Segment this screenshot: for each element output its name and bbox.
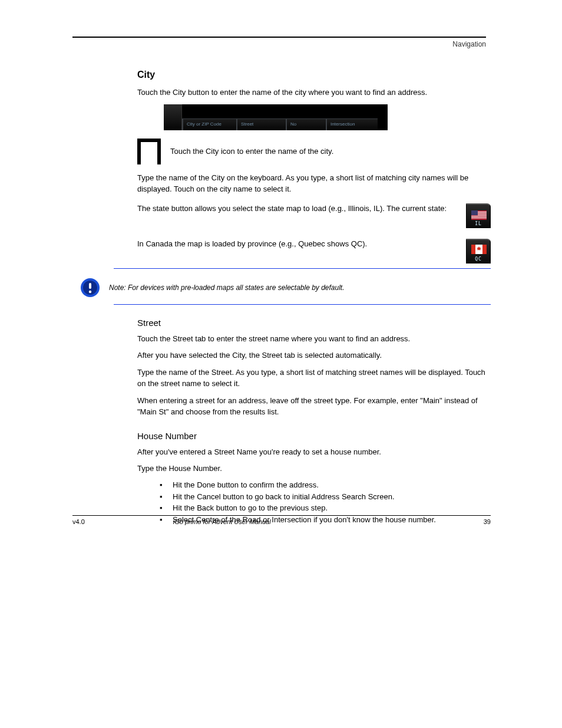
house-p1: After you've entered a Street Name you'r… xyxy=(137,447,491,458)
tab-street: Street xyxy=(236,118,286,130)
svg-rect-8 xyxy=(471,245,475,254)
street-p3: Type the name of the Street. As you type… xyxy=(137,367,491,390)
svg-point-13 xyxy=(89,290,91,292)
us-flag-tile: IL xyxy=(466,203,491,228)
step-3: ▪ Hit the Back button to go to the previ… xyxy=(173,502,491,514)
city-icon xyxy=(137,139,161,164)
street-p4: When entering a street for an address, l… xyxy=(137,396,491,418)
tab-no: No xyxy=(286,118,326,130)
note-rule-bottom xyxy=(114,304,491,305)
footer-rule xyxy=(72,515,491,516)
footer-page: 39 xyxy=(484,518,491,525)
footer-version: v4.0 xyxy=(72,518,85,525)
city-intro: Touch the City button to enter the name … xyxy=(137,87,491,98)
us-flag-label: IL xyxy=(467,221,490,226)
street-p2: After you have selected the City, the St… xyxy=(137,350,491,361)
street-p1: Touch the Street tab to enter the street… xyxy=(137,334,491,345)
ca-flag-tile: QC xyxy=(466,239,491,263)
footer: v4.0 iGo primo for Advent User Manual 39 xyxy=(72,515,491,525)
tab-intersection: Intersection xyxy=(326,118,378,130)
svg-rect-12 xyxy=(89,283,91,289)
tab-city: City or ZIP Code xyxy=(182,118,236,130)
ca-flag-icon xyxy=(471,245,487,254)
svg-rect-9 xyxy=(482,245,487,254)
us-state-text: The state button allows you select the s… xyxy=(137,203,460,215)
svg-rect-5 xyxy=(471,218,487,218)
heading-street: Street xyxy=(137,318,491,328)
city-icon-caption: Touch the City icon to enter the name of… xyxy=(170,147,333,156)
svg-rect-4 xyxy=(471,216,487,216)
note-icon xyxy=(80,277,101,298)
house-p2: Type the House Number. xyxy=(137,463,491,475)
type-city-para: Type the name of the City on the keyboar… xyxy=(137,173,491,195)
page: Navigation City Touch the City button to… xyxy=(0,0,562,561)
state-flag-tab xyxy=(164,104,182,130)
svg-rect-6 xyxy=(471,210,478,215)
header-rule xyxy=(72,37,486,38)
step-2-text: Hit the Cancel button to go back to init… xyxy=(173,492,395,501)
heading-city: City xyxy=(137,70,491,80)
tabs-bar-screenshot: City or ZIP Code Street No Intersection xyxy=(164,104,388,130)
note-rule-top xyxy=(114,268,491,269)
step-1-text: Hit the Done button to confirm the addre… xyxy=(173,480,319,489)
ca-flag-label: QC xyxy=(467,256,490,262)
step-3-text: Hit the Back button to go to the previou… xyxy=(173,503,328,512)
note-text: Note: For devices with pre-loaded maps a… xyxy=(109,284,345,292)
running-header: Navigation xyxy=(72,40,486,48)
us-flag-icon xyxy=(471,210,487,220)
ca-province-text: In Canada the map is loaded by province … xyxy=(137,239,460,250)
heading-house: House Number xyxy=(137,431,491,441)
step-1: ▪ Hit the Done button to confirm the add… xyxy=(173,479,491,491)
step-2: ▪ Hit the Cancel button to go back to in… xyxy=(173,491,491,503)
footer-title: iGo primo for Advent User Manual xyxy=(173,518,484,525)
